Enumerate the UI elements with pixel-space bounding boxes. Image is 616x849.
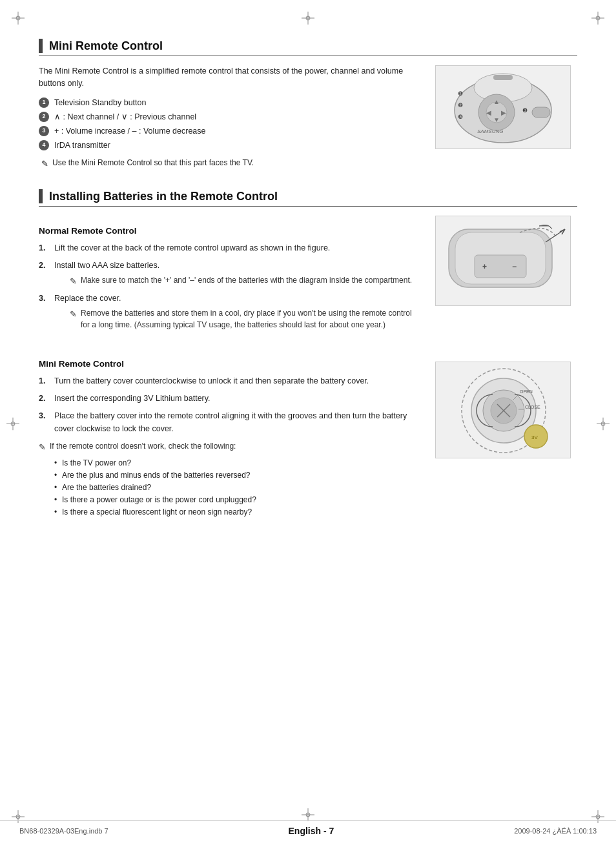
- footer-right-text: 2009-08-24 ¿ÀÉÀ 1:00:13: [514, 827, 597, 835]
- note-icon-mini: ✎: [39, 441, 46, 454]
- bullet-num-1: 1: [39, 97, 49, 108]
- top-center-mark: [302, 12, 314, 26]
- mini-step-3-num: 3.: [39, 410, 50, 422]
- normal-remote-image-col: + −: [435, 216, 577, 336]
- mini-battery-svg: OPEN CLOSE 3V: [436, 362, 571, 458]
- normal-remote-battery-image: + −: [435, 216, 571, 306]
- mini-remote-battery-section: Mini Remote Control 1. Turn the battery …: [39, 349, 577, 519]
- bullet-text-1: Television Standby button: [54, 96, 146, 109]
- note-pencil-icon: ✎: [41, 158, 48, 170]
- mini-remote-battery-note-text: If the remote control doesn't work, chec…: [50, 440, 236, 452]
- normal-battery-svg: + −: [436, 216, 571, 306]
- check-item-1: Is the TV power on?: [54, 457, 422, 469]
- normal-step-2-content: Install two AAA size batteries. ✎ Make s…: [54, 260, 422, 287]
- mini-step-1-content: Turn the battery cover counterclockwise …: [54, 375, 422, 387]
- note-icon-3: ✎: [70, 308, 77, 321]
- mini-battery-image: OPEN CLOSE 3V: [435, 362, 571, 458]
- mini-remote-image: ❶ ❷ ❸ ▲ ▼ ◀ ▶: [435, 65, 571, 149]
- mini-remote-heading-bar: Mini Remote Control: [39, 39, 577, 56]
- svg-text:❸: ❸: [458, 114, 463, 120]
- mini-step-3-content: Place the battery cover into the remote …: [54, 410, 422, 435]
- mini-step-2-text: Insert the corresponding 3V Lithium batt…: [54, 394, 210, 403]
- footer-left-text: BN68-02329A-03Eng.indb 7: [19, 827, 108, 835]
- corner-tr-mark: [591, 12, 604, 25]
- mini-step-1-num: 1.: [39, 375, 50, 387]
- mini-remote-note-text: Use the Mini Remote Control so that this…: [52, 157, 254, 169]
- normal-remote-subheading: Normal Remote Control: [39, 226, 422, 236]
- check-item-2: Are the plus and minus ends of the batte…: [54, 469, 422, 482]
- normal-step-2-note-text: Make sure to match the '+' and '–' ends …: [81, 274, 412, 286]
- svg-text:+: +: [482, 262, 487, 271]
- normal-remote-section: Normal Remote Control 1. Lift the cover …: [39, 216, 577, 336]
- normal-step-2: 2. Install two AAA size batteries. ✎ Mak…: [39, 260, 422, 287]
- page: Mini Remote Control The Mini Remote Cont…: [0, 0, 616, 849]
- corner-tl-mark: [12, 12, 25, 25]
- normal-step-3-text: Replace the cover.: [54, 294, 121, 303]
- page-footer: BN68-02329A-03Eng.indb 7 English - 7 200…: [0, 820, 616, 836]
- normal-step-2-note: ✎ Make sure to match the '+' and '–' end…: [70, 274, 422, 288]
- svg-text:❸: ❸: [522, 107, 528, 114]
- mini-remote-steps: 1. Turn the battery cover counterclockwi…: [39, 375, 422, 436]
- left-center-mark: [6, 417, 19, 432]
- batteries-heading-bar: Installing Batteries in the Remote Contr…: [39, 189, 577, 207]
- mini-remote-note: ✎ Use the Mini Remote Control so that th…: [41, 157, 422, 170]
- normal-step-1-text: Lift the cover at the back of the remote…: [54, 243, 330, 252]
- mini-remote-bullet-2: 2 ∧ : Next channel / ∨ : Previous channe…: [39, 110, 422, 123]
- normal-step-3-note: ✎ Remove the batteries and store them in…: [70, 307, 422, 331]
- normal-remote-steps: 1. Lift the cover at the back of the rem…: [39, 242, 422, 331]
- svg-text:◀: ◀: [486, 109, 491, 116]
- normal-step-2-num: 2.: [39, 260, 50, 272]
- note-icon-2: ✎: [70, 275, 77, 288]
- mini-remote-battery-text: Mini Remote Control 1. Turn the battery …: [39, 349, 422, 519]
- svg-rect-35: [532, 107, 550, 118]
- mini-remote-battery-note: ✎ If the remote control doesn't work, ch…: [39, 440, 422, 454]
- bullet-text-4: IrDA transmitter: [54, 139, 110, 152]
- check-text-3: Are the batteries drained?: [62, 483, 151, 492]
- mini-remote-svg: ❶ ❷ ❸ ▲ ▼ ◀ ▶: [438, 68, 568, 146]
- svg-text:3V: 3V: [531, 435, 538, 440]
- mini-remote-bullet-1: 1 Television Standby button: [39, 96, 422, 109]
- section-bar-accent: [39, 39, 43, 53]
- batteries-section-bar-accent: [39, 189, 43, 203]
- mini-step-2-content: Insert the corresponding 3V Lithium batt…: [54, 393, 422, 405]
- check-item-5: Is there a special fluorescent light or …: [54, 506, 422, 518]
- svg-text:−: −: [512, 262, 517, 271]
- mini-remote-bullet-3: 3 + : Volume increase / – : Volume decre…: [39, 125, 422, 138]
- mini-step-1: 1. Turn the battery cover counterclockwi…: [39, 375, 422, 387]
- mini-step-2: 2. Insert the corresponding 3V Lithium b…: [39, 393, 422, 405]
- bullet-num-3: 3: [39, 126, 49, 136]
- bullet-text-2: ∧ : Next channel / ∨ : Previous channel: [54, 110, 196, 123]
- check-item-4: Is there a power outage or is the power …: [54, 494, 422, 506]
- normal-step-1: 1. Lift the cover at the back of the rem…: [39, 242, 422, 254]
- bullet-text-3: + : Volume increase / – : Volume decreas…: [54, 125, 206, 138]
- mini-remote-title: Mini Remote Control: [49, 39, 163, 53]
- mini-step-1-text: Turn the battery cover counterclockwise …: [54, 376, 369, 385]
- mini-remote-battery-subheading: Mini Remote Control: [39, 359, 422, 369]
- mini-step-3-text: Place the battery cover into the remote …: [54, 411, 407, 433]
- svg-text:SAMSUNG: SAMSUNG: [477, 128, 503, 134]
- svg-text:▶: ▶: [501, 109, 506, 116]
- mini-remote-image-area: ❶ ❷ ❸ ▲ ▼ ◀ ▶: [435, 65, 577, 149]
- footer-center-text: English - 7: [289, 826, 334, 836]
- mini-remote-bullet-4: 4 IrDA transmitter: [39, 139, 422, 152]
- batteries-title: Installing Batteries in the Remote Contr…: [49, 190, 278, 203]
- right-center-mark: [597, 417, 610, 432]
- svg-text:▲: ▲: [493, 98, 500, 105]
- bullet-num-2: 2: [39, 112, 49, 122]
- normal-step-1-content: Lift the cover at the back of the remote…: [54, 242, 422, 254]
- mini-remote-section: Mini Remote Control The Mini Remote Cont…: [39, 39, 577, 170]
- check-text-2: Are the plus and minus ends of the batte…: [62, 471, 251, 480]
- svg-rect-36: [493, 75, 513, 80]
- normal-remote-text: Normal Remote Control 1. Lift the cover …: [39, 216, 422, 336]
- mini-step-2-num: 2.: [39, 393, 50, 405]
- mini-remote-checklist: Is the TV power on? Are the plus and min…: [54, 457, 422, 519]
- svg-text:OPEN: OPEN: [520, 389, 533, 394]
- mini-remote-bullets: 1 Television Standby button 2 ∧ : Next c…: [39, 96, 422, 152]
- normal-step-3-content: Replace the cover. ✎ Remove the batterie…: [54, 292, 422, 330]
- check-item-3: Are the batteries drained?: [54, 482, 422, 494]
- normal-step-1-num: 1.: [39, 242, 50, 254]
- normal-step-3: 3. Replace the cover. ✎ Remove the batte…: [39, 292, 422, 330]
- batteries-section: Installing Batteries in the Remote Contr…: [39, 189, 577, 519]
- svg-text:❶: ❶: [458, 90, 463, 97]
- normal-step-3-note-text: Remove the batteries and store them in a…: [81, 307, 422, 331]
